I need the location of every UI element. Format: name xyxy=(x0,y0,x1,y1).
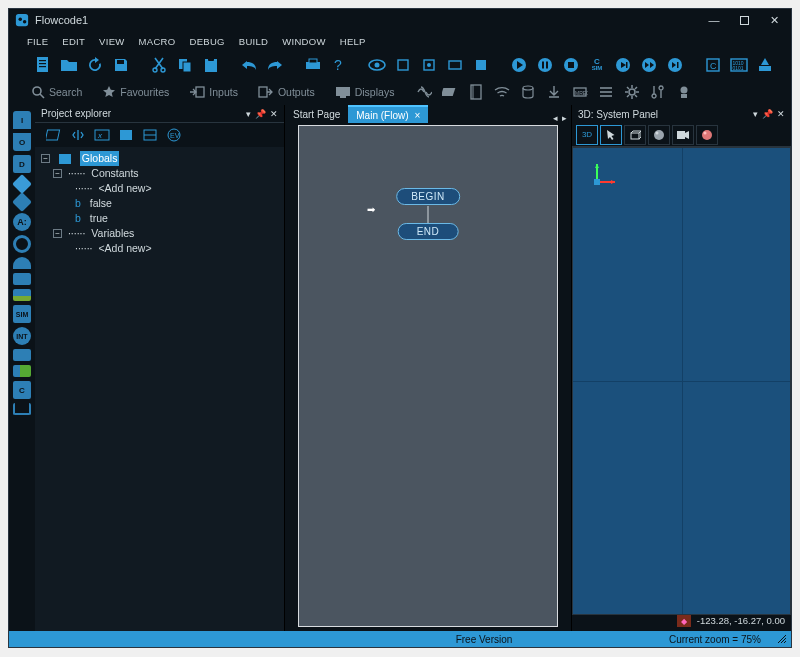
tab-next-icon[interactable]: ▸ xyxy=(562,113,567,123)
pe-close-icon[interactable]: ✕ xyxy=(270,109,278,119)
pe-type1-icon[interactable] xyxy=(45,127,63,143)
refresh-icon[interactable] xyxy=(85,55,105,75)
p3-dropdown-icon[interactable]: ▾ xyxy=(753,109,758,119)
save-icon[interactable] xyxy=(111,55,131,75)
p3-3d-mode[interactable]: 3D xyxy=(576,125,598,145)
pe-type3-icon[interactable]: x xyxy=(93,127,111,143)
cut-icon[interactable] xyxy=(149,55,169,75)
p3-warning-icon[interactable]: ◆ xyxy=(677,615,691,627)
sim-icon[interactable]: CSIM xyxy=(587,55,607,75)
stop-icon[interactable] xyxy=(561,55,581,75)
chip4-icon[interactable] xyxy=(471,55,491,75)
step-over-icon[interactable] xyxy=(639,55,659,75)
p3-camera-tool[interactable] xyxy=(672,125,694,145)
chip3-icon[interactable] xyxy=(445,55,465,75)
palette-connector-b-icon[interactable] xyxy=(13,235,31,253)
palette-switch-icon[interactable] xyxy=(12,192,32,212)
project-tree[interactable]: − Globals − ······ Constants ······ <Add… xyxy=(35,147,284,631)
db-icon[interactable] xyxy=(518,83,538,101)
pe-dropdown-icon[interactable]: ▾ xyxy=(246,109,251,119)
p3-sphere-tool[interactable] xyxy=(648,125,670,145)
tab-main-flow[interactable]: Main (Flow)× xyxy=(348,105,428,123)
play-icon[interactable] xyxy=(509,55,529,75)
copy-icon[interactable] xyxy=(175,55,195,75)
pe-type2-icon[interactable] xyxy=(69,127,87,143)
open-folder-icon[interactable] xyxy=(59,55,79,75)
undo-icon[interactable] xyxy=(239,55,259,75)
favourites-group[interactable]: Favourites xyxy=(102,85,169,99)
gear-icon[interactable] xyxy=(622,83,642,101)
p3-render-tool[interactable] xyxy=(696,125,718,145)
wifi-icon[interactable] xyxy=(492,83,512,101)
outputs-group[interactable]: Outputs xyxy=(258,86,315,98)
p3-pointer-tool[interactable] xyxy=(600,125,622,145)
sensor-icon[interactable] xyxy=(414,83,434,101)
menu-file[interactable]: FILE xyxy=(27,36,48,47)
search-group[interactable]: Search xyxy=(31,85,82,99)
eye-icon[interactable] xyxy=(367,55,387,75)
tools-icon[interactable] xyxy=(648,83,668,101)
displays-group[interactable]: Displays xyxy=(335,86,395,98)
palette-loop-icon[interactable] xyxy=(13,257,31,269)
book-icon[interactable] xyxy=(466,83,486,101)
new-file-icon[interactable] xyxy=(33,55,53,75)
tree-constants[interactable]: − ······ Constants xyxy=(39,166,280,181)
step-end-icon[interactable] xyxy=(665,55,685,75)
chip2-icon[interactable] xyxy=(419,55,439,75)
palette-connector-a-icon[interactable]: A: xyxy=(13,213,31,231)
flash-icon[interactable] xyxy=(755,55,775,75)
tree-root[interactable]: − Globals xyxy=(39,151,280,166)
hex-file-icon[interactable]: 10100101 xyxy=(729,55,749,75)
palette-string-icon[interactable] xyxy=(13,365,31,377)
resize-grip-icon[interactable] xyxy=(777,634,787,644)
palette-c-icon[interactable]: C xyxy=(13,381,31,399)
component-icon[interactable]: MREC xyxy=(570,83,590,101)
pause-icon[interactable] xyxy=(535,55,555,75)
chip1-icon[interactable] xyxy=(393,55,413,75)
palette-input-icon[interactable]: I xyxy=(13,111,31,129)
palette-component-icon[interactable] xyxy=(13,289,31,301)
p3-close-icon[interactable]: ✕ xyxy=(777,109,785,119)
palette-decision-icon[interactable] xyxy=(12,174,32,194)
flow-begin-node[interactable]: BEGIN xyxy=(396,188,460,205)
menu-macro[interactable]: MACRO xyxy=(139,36,176,47)
palette-comment-icon[interactable] xyxy=(13,403,31,415)
inputs-group[interactable]: Inputs xyxy=(189,86,238,98)
pe-type5-icon[interactable] xyxy=(141,127,159,143)
p3-box-tool[interactable] xyxy=(624,125,646,145)
tab-close-icon[interactable]: × xyxy=(415,110,421,121)
tree-const-true[interactable]: b true xyxy=(39,211,280,226)
paste-icon[interactable] xyxy=(201,55,221,75)
minimize-button[interactable]: — xyxy=(699,9,729,31)
robot-icon[interactable] xyxy=(674,83,694,101)
menu-edit[interactable]: EDIT xyxy=(62,36,85,47)
tree-const-false[interactable]: b false xyxy=(39,196,280,211)
menu-window[interactable]: WINDOW xyxy=(282,36,325,47)
panel-3d-viewport[interactable] xyxy=(572,147,791,615)
tree-add-variable[interactable]: ······ <Add new> xyxy=(39,241,280,256)
tree-add-constant[interactable]: ······ <Add new> xyxy=(39,181,280,196)
flow-canvas[interactable]: BEGIN END ➡ xyxy=(285,123,571,631)
redo-icon[interactable] xyxy=(265,55,285,75)
palette-output-icon[interactable]: O xyxy=(13,133,31,151)
palette-int-icon[interactable]: INT xyxy=(13,327,31,345)
palette-sim-icon[interactable]: SIM xyxy=(13,305,31,323)
menu-help[interactable]: HELP xyxy=(340,36,366,47)
menu-view[interactable]: VIEW xyxy=(99,36,124,47)
pe-type4-icon[interactable] xyxy=(117,127,135,143)
close-button[interactable]: ✕ xyxy=(759,9,789,31)
pe-type6-icon[interactable]: EV xyxy=(165,127,183,143)
palette-calc-icon[interactable] xyxy=(13,349,31,361)
palette-macro-icon[interactable] xyxy=(13,273,31,285)
download-icon[interactable] xyxy=(544,83,564,101)
c-file-icon[interactable]: C xyxy=(703,55,723,75)
print-icon[interactable] xyxy=(303,55,323,75)
menu-debug[interactable]: DEBUG xyxy=(189,36,224,47)
palette-delay-icon[interactable]: D xyxy=(13,155,31,173)
track-icon[interactable] xyxy=(440,83,460,101)
tab-prev-icon[interactable]: ◂ xyxy=(553,113,558,123)
maximize-button[interactable] xyxy=(729,9,759,31)
list-icon[interactable] xyxy=(596,83,616,101)
p3-pin-icon[interactable]: 📌 xyxy=(762,109,773,119)
flow-end-node[interactable]: END xyxy=(398,223,459,240)
